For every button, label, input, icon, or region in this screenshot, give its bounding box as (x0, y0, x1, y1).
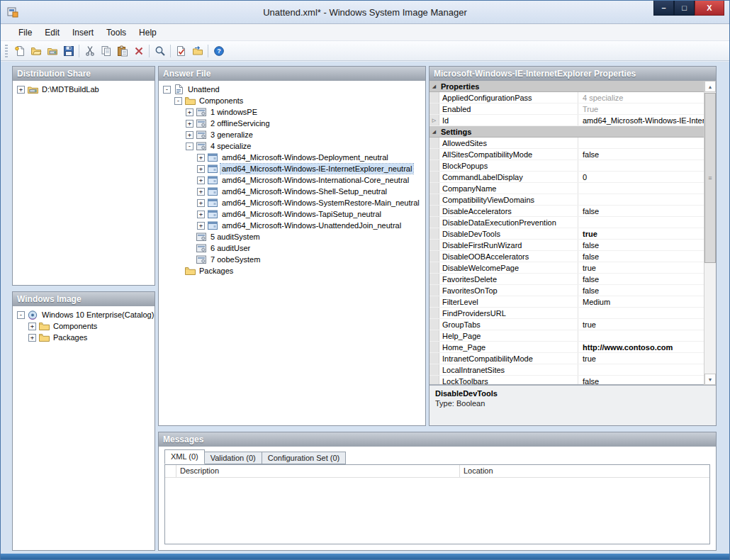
property-row[interactable]: AllSitesCompatibilityModefalse (429, 149, 704, 160)
tree-expander[interactable]: + (28, 323, 36, 330)
property-name[interactable]: LockToolbars (439, 376, 578, 385)
tree-item-label[interactable]: 3 generalize (209, 130, 254, 140)
property-row[interactable]: AppliedConfigurationPass4 specialize (429, 92, 704, 103)
tree-expander[interactable]: + (197, 154, 205, 162)
property-name[interactable]: BlockPopups (439, 160, 578, 171)
property-value[interactable] (578, 308, 704, 318)
collapse-triangle-icon[interactable]: ◢ (429, 126, 439, 137)
minimize-button[interactable]: – (653, 1, 674, 16)
tree-expander[interactable]: + (197, 188, 205, 196)
create-configuration-set-button[interactable] (189, 43, 206, 59)
property-name[interactable]: DisableAccelerators (439, 206, 578, 216)
tree-expander[interactable]: + (28, 334, 36, 342)
tree-item[interactable]: +amd64_Microsoft-Windows-TapiSetup_neutr… (160, 208, 424, 220)
property-value[interactable]: true (578, 228, 704, 239)
property-row[interactable]: AllowedSites (429, 138, 704, 149)
tree-item-label[interactable]: 1 windowsPE (209, 107, 259, 117)
delete-button[interactable] (130, 43, 147, 59)
property-row[interactable]: CompanyName (429, 183, 704, 194)
tree-item-label[interactable]: amd64_Microsoft-Windows-UnattendedJoin_n… (220, 220, 403, 230)
validate-answer-file-button[interactable] (173, 43, 189, 59)
tree-item-label[interactable]: Windows 10 Enterprise(Catalog) (40, 310, 155, 320)
property-row[interactable]: DisableOOBAcceleratorsfalse (429, 251, 704, 262)
tree-item[interactable]: -Components (160, 95, 424, 106)
property-value[interactable]: http://www.contoso.com (578, 342, 704, 352)
tab-validation[interactable]: Validation (0) (204, 452, 262, 464)
expand-triangle-icon[interactable]: ▷ (429, 115, 439, 125)
property-value[interactable]: true (578, 262, 704, 273)
title-bar[interactable]: Unattend.xml* - Windows System Image Man… (1, 1, 729, 24)
property-value[interactable]: false (578, 251, 704, 262)
property-section-row[interactable]: ◢Settings (429, 126, 704, 138)
tree-item[interactable]: +2 offlineServicing (160, 118, 424, 129)
property-name[interactable]: FavoritesOnTop (439, 285, 578, 296)
tab-xml[interactable]: XML (0) (164, 449, 205, 464)
property-row[interactable]: ▷Idamd64_Microsoft-Windows-IE-InternetEx (429, 115, 704, 126)
property-value[interactable]: true (578, 353, 704, 364)
tree-expander[interactable]: + (197, 165, 205, 173)
tree-item-label[interactable]: amd64_Microsoft-Windows-IE-InternetExplo… (220, 164, 413, 174)
tree-expander[interactable]: + (197, 177, 205, 184)
property-row[interactable]: CommandLabelDisplay0 (429, 172, 704, 183)
property-value[interactable]: true (578, 319, 704, 330)
tree-item-label[interactable]: D:\MDTBuildLab (40, 84, 101, 94)
property-name[interactable]: CommandLabelDisplay (439, 172, 578, 182)
tree-item[interactable]: Packages (160, 265, 424, 276)
toolbar-grip[interactable] (5, 45, 8, 57)
property-row[interactable]: DisableFirstRunWizardfalse (429, 240, 704, 251)
tree-expander[interactable]: + (186, 120, 193, 128)
tree-item[interactable]: 7 oobeSystem (160, 254, 424, 265)
property-name[interactable]: FavoritesDelete (439, 274, 578, 284)
property-name[interactable]: GroupTabs (439, 319, 578, 330)
tree-expander[interactable]: + (186, 131, 193, 139)
scrollbar-thumb[interactable]: ≡ (704, 93, 716, 263)
property-name[interactable]: DisableWelcomePage (439, 262, 578, 273)
tree-item-label[interactable]: amd64_Microsoft-Windows-International-Co… (220, 175, 410, 185)
tree-item[interactable]: +amd64_Microsoft-Windows-International-C… (160, 174, 424, 186)
property-value[interactable] (578, 194, 704, 205)
tree-item[interactable]: +amd64_Microsoft-Windows-Shell-Setup_neu… (160, 186, 424, 197)
tree-item[interactable]: +1 windowsPE (160, 106, 424, 118)
property-value[interactable] (578, 183, 704, 194)
tree-item-label[interactable]: amd64_Microsoft-Windows-Shell-Setup_neut… (220, 186, 388, 196)
property-value[interactable] (578, 217, 704, 228)
save-answer-file-button[interactable] (60, 43, 77, 59)
close-button[interactable]: X (695, 1, 724, 16)
tree-expander[interactable]: - (17, 311, 25, 319)
property-row[interactable]: LocalIntranetSites (429, 364, 704, 376)
tree-item[interactable]: +D:\MDTBuildLab (14, 84, 153, 95)
copy-button[interactable] (98, 43, 114, 59)
property-row[interactable]: DisableAcceleratorsfalse (429, 206, 704, 217)
tree-item-label[interactable]: 5 auditSystem (209, 232, 262, 242)
property-value[interactable]: Medium (578, 296, 704, 307)
property-value[interactable]: false (578, 274, 704, 284)
property-name[interactable]: FindProvidersURL (439, 308, 578, 318)
tree-item-label[interactable]: Components (198, 96, 245, 106)
property-value[interactable]: 0 (578, 172, 704, 182)
tree-item[interactable]: 6 auditUser (160, 242, 424, 254)
property-value[interactable]: false (578, 285, 704, 296)
tree-item[interactable]: -Unattend (160, 84, 424, 95)
tree-item-label[interactable]: 6 auditUser (209, 243, 252, 253)
property-value[interactable]: amd64_Microsoft-Windows-IE-InternetEx (578, 115, 704, 125)
property-name[interactable]: IntranetCompatibilityMode (439, 353, 578, 364)
property-name[interactable]: DisableOOBAccelerators (439, 251, 578, 262)
property-row[interactable]: DisableWelcomePagetrue (429, 262, 704, 274)
tree-item-label[interactable]: amd64_Microsoft-Windows-Deployment_neutr… (220, 152, 390, 162)
tree-item-label[interactable]: Packages (52, 332, 89, 342)
tree-item-label[interactable]: 4 specialize (209, 141, 252, 151)
tab-configuration-set[interactable]: Configuration Set (0) (262, 452, 347, 464)
property-name[interactable]: FilterLevel (439, 296, 578, 307)
tree-item[interactable]: +amd64_Microsoft-Windows-UnattendedJoin_… (160, 220, 424, 231)
property-row[interactable]: FavoritesOnTopfalse (429, 285, 704, 296)
scroll-up-icon[interactable]: ▲ (704, 81, 716, 92)
property-name[interactable]: Help_Page (439, 330, 578, 341)
tree-item[interactable]: +amd64_Microsoft-Windows-SystemRestore-M… (160, 197, 424, 208)
menu-item-help[interactable]: Help (133, 25, 163, 40)
tree-item-label[interactable]: 2 offlineServicing (209, 118, 271, 128)
find-button[interactable] (152, 43, 168, 59)
property-row[interactable]: FilterLevelMedium (429, 296, 704, 308)
scroll-down-icon[interactable]: ▼ (704, 374, 716, 385)
property-name[interactable]: DisableDataExecutionPrevention (439, 217, 578, 228)
tree-expander[interactable]: + (186, 108, 193, 116)
